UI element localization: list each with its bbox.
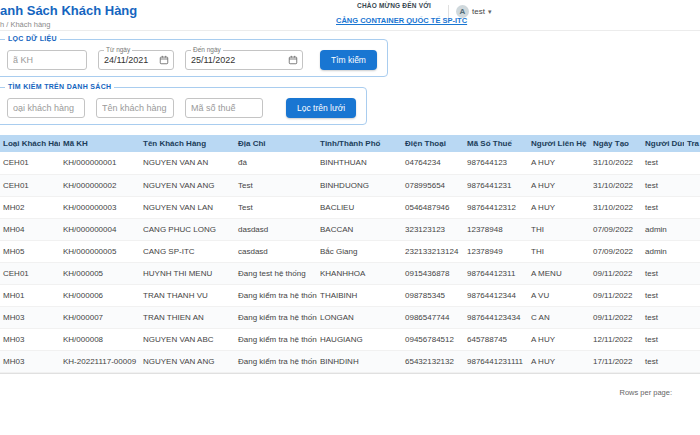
column-header[interactable]: Mã KH bbox=[60, 135, 140, 152]
app-window: anh Sách Khách Hàng h / Khách hàng CHÀO … bbox=[0, 0, 700, 435]
table-cell bbox=[684, 174, 700, 196]
table-cell: 31/10/2022 bbox=[590, 152, 642, 174]
table-cell: 645788745 bbox=[464, 328, 528, 350]
table-cell: 04764234 bbox=[402, 152, 464, 174]
table-cell: 65432132132 bbox=[402, 350, 464, 372]
table-cell: KH/000000004 bbox=[60, 218, 140, 240]
table-row[interactable]: MH05KH/000000005CANG SP-ITCcasdasdBắc Gi… bbox=[0, 240, 700, 262]
column-header[interactable]: Tỉnh/Thành Phố bbox=[317, 135, 402, 152]
table-cell: 98764412344 bbox=[464, 284, 528, 306]
table-cell: HUYNH THI MENU bbox=[140, 262, 235, 284]
table-cell: 07/09/2022 bbox=[590, 240, 642, 262]
table-row[interactable]: CEH01KH/000005HUYNH THI MENUĐang test hệ… bbox=[0, 262, 700, 284]
table-cell: test bbox=[642, 284, 684, 306]
table-cell: 09/11/2022 bbox=[590, 306, 642, 328]
table-cell: KH/000007 bbox=[60, 306, 140, 328]
table-cell: Đang kiểm tra hệ thống bbox=[235, 284, 317, 306]
filter-data-legend: LỌC DỮ LIỆU bbox=[5, 35, 60, 42]
table-cell: 12/11/2022 bbox=[590, 328, 642, 350]
table-cell: admin bbox=[642, 240, 684, 262]
calendar-icon[interactable] bbox=[288, 55, 298, 65]
grid-filter-button[interactable]: Lọc trên lưới bbox=[286, 98, 356, 118]
table-cell: CEH01 bbox=[0, 152, 60, 174]
table-row[interactable]: MH03KH/000007TRAN THIEN ANĐang kiểm tra … bbox=[0, 306, 700, 328]
chevron-down-icon: ▾ bbox=[488, 8, 492, 16]
table-cell: THAIBINH bbox=[317, 284, 402, 306]
to-date-label: Đến ngày bbox=[191, 46, 223, 53]
table-body: CEH01KH/000000001NGUYEN VAN ANđáBINHTHUA… bbox=[0, 152, 700, 372]
column-header[interactable]: Mã Số Thuế bbox=[464, 135, 528, 152]
filter-list-panel: TÌM KIẾM TRÊN DANH SÁCH Lọc trên lưới bbox=[0, 87, 367, 125]
calendar-icon[interactable] bbox=[159, 55, 169, 65]
table-row[interactable]: MH02KH/000000003NGUYEN VAN LANTestBACLIE… bbox=[0, 196, 700, 218]
table-row[interactable]: MH03KH/000008NGUYEN VAN ABCĐang kiểm tra… bbox=[0, 328, 700, 350]
column-header[interactable]: Tên Khách Hàng bbox=[140, 135, 235, 152]
rows-per-page-label[interactable]: Rows per page: bbox=[619, 388, 672, 397]
table-cell: MH03 bbox=[0, 350, 60, 372]
table-cell: KH/000005 bbox=[60, 262, 140, 284]
customer-code-input[interactable] bbox=[7, 50, 87, 70]
table-row[interactable]: MH01KH/000006TRAN THANH VUĐang kiểm tra … bbox=[0, 284, 700, 306]
customer-name-input[interactable] bbox=[96, 98, 174, 118]
table-cell: 09/11/2022 bbox=[590, 284, 642, 306]
table-cell bbox=[684, 240, 700, 262]
table-cell: TRAN THANH VU bbox=[140, 284, 235, 306]
table-cell: 07/09/2022 bbox=[590, 218, 642, 240]
table-cell bbox=[684, 306, 700, 328]
table-cell: BINHDINH bbox=[317, 350, 402, 372]
table-cell: A HUY bbox=[528, 328, 590, 350]
filter-data-panel: LỌC DỮ LIỆU Từ ngày 24/11/2021 Đến ngày … bbox=[0, 39, 388, 77]
table-cell: 232133213124 bbox=[402, 240, 464, 262]
table-cell: CANG PHUC LONG bbox=[140, 218, 235, 240]
table-cell: BACLIEU bbox=[317, 196, 402, 218]
table-cell: A HUY bbox=[528, 196, 590, 218]
filter-list-legend: TÌM KIẾM TRÊN DANH SÁCH bbox=[5, 83, 114, 90]
table-cell: A MENU bbox=[528, 262, 590, 284]
table-row[interactable]: CEH01KH/000000002NGUYEN VAN ANGTestBINHD… bbox=[0, 174, 700, 196]
table-cell: A HUY bbox=[528, 152, 590, 174]
table-cell: 0546487946 bbox=[402, 196, 464, 218]
column-header[interactable]: Tra bbox=[684, 135, 700, 152]
table-cell: 09/11/2022 bbox=[590, 262, 642, 284]
table-cell: 987644123434 bbox=[464, 306, 528, 328]
search-button[interactable]: Tìm kiếm bbox=[320, 50, 377, 70]
table-cell: Đang test hệ thống bbox=[235, 262, 317, 284]
user-menu[interactable]: A test ▾ bbox=[448, 5, 491, 18]
column-header[interactable]: Địa Chỉ bbox=[235, 135, 317, 152]
table-cell: NGUYEN VAN AN bbox=[140, 152, 235, 174]
table-cell: Bắc Giang bbox=[317, 240, 402, 262]
customer-code-field bbox=[7, 49, 87, 70]
table-cell: test bbox=[642, 152, 684, 174]
table-cell: 98764412312 bbox=[464, 196, 528, 218]
table-cell: THI bbox=[528, 218, 590, 240]
column-header[interactable]: Ngày Tạo bbox=[590, 135, 642, 152]
table-cell: A HUY bbox=[528, 174, 590, 196]
table-cell: CEH01 bbox=[0, 174, 60, 196]
table-row[interactable]: MH04KH/000000004CANG PHUC LONGdasdasdBAC… bbox=[0, 218, 700, 240]
customer-name-field bbox=[96, 97, 174, 118]
table-cell: 98764412311 bbox=[464, 262, 528, 284]
top-header: anh Sách Khách Hàng h / Khách hàng CHÀO … bbox=[0, 0, 700, 31]
table-cell: A VU bbox=[528, 284, 590, 306]
column-header[interactable]: Người Liên Hệ bbox=[528, 135, 590, 152]
customer-type-input[interactable] bbox=[7, 98, 85, 118]
table-cell: KH/000006 bbox=[60, 284, 140, 306]
avatar[interactable]: A bbox=[456, 5, 469, 18]
table-cell: 0986547744 bbox=[402, 306, 464, 328]
table-row[interactable]: MH03KH-20221117-00009NGUYEN VAN ANGĐang … bbox=[0, 350, 700, 372]
table-cell: BINHTHUAN bbox=[317, 152, 402, 174]
table-row[interactable]: CEH01KH/000000001NGUYEN VAN ANđáBINHTHUA… bbox=[0, 152, 700, 174]
column-header[interactable]: Người Dùng bbox=[642, 135, 684, 152]
column-header[interactable]: Loại Khách Hàng bbox=[0, 135, 60, 152]
tax-code-input[interactable] bbox=[185, 98, 263, 118]
table-cell: 0915436878 bbox=[402, 262, 464, 284]
table-cell: test bbox=[642, 262, 684, 284]
table-cell: 12378948 bbox=[464, 218, 528, 240]
table-cell bbox=[684, 284, 700, 306]
table-cell: test bbox=[642, 196, 684, 218]
welcome-block: CHÀO MỪNG ĐẾN VỚI CẢNG CONTAINER QUỐC TẾ… bbox=[336, 2, 452, 27]
table-cell: NGUYEN VAN LAN bbox=[140, 196, 235, 218]
table-cell: MH03 bbox=[0, 328, 60, 350]
column-header[interactable]: Điện Thoại bbox=[402, 135, 464, 152]
table-cell: 323123123 bbox=[402, 218, 464, 240]
